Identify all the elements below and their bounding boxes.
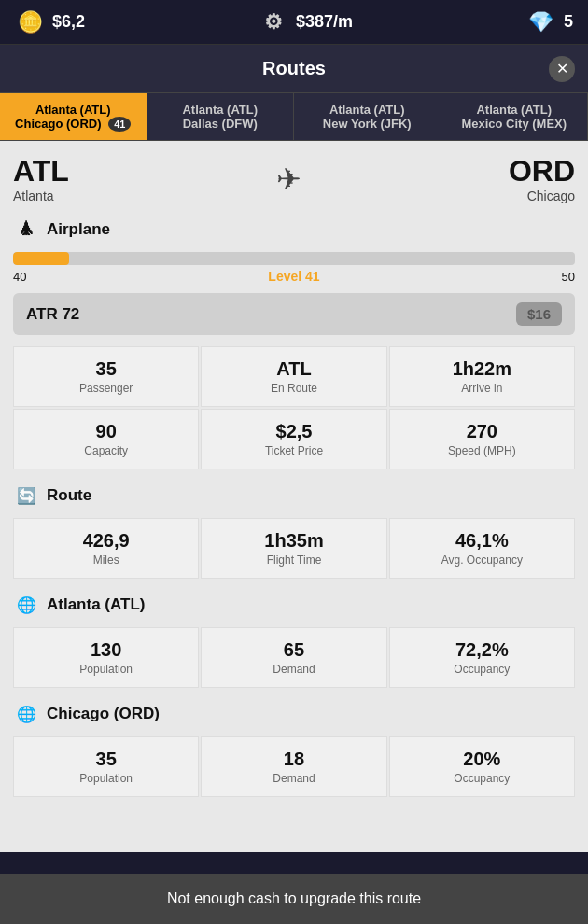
aircraft-row: ATR 72 $16 — [13, 293, 575, 335]
monthly-value: $387/m — [296, 12, 353, 32]
stat-capacity-value: 90 — [23, 421, 189, 442]
stat-miles: 426,9 Miles — [13, 518, 199, 579]
chicago-stats-grid: 35 Population 18 Demand 20% Occupancy — [13, 736, 575, 797]
progress-labels: 40 Level 41 50 — [13, 269, 575, 284]
route-section-header: 🔄 Route — [13, 483, 575, 509]
gear-icon: ⚙ — [259, 7, 288, 37]
routes-header: Routes ✕ — [0, 45, 588, 93]
stat-atl-population: 130 Population — [13, 627, 199, 688]
tab-atl-ord[interactable]: Atlanta (ATL) Chicago (ORD) 41 — [0, 93, 147, 140]
stat-speed: 270 Speed (MPH) — [389, 409, 575, 469]
tab-atl-dfw-city1: Atlanta (ATL) — [155, 103, 287, 117]
stat-ord-occupancy-value: 20% — [399, 749, 565, 770]
stat-arrive-in-value: 1h22m — [399, 358, 565, 380]
tab-atl-mex[interactable]: Atlanta (ATL) Mexico City (MEX) — [441, 93, 589, 140]
dest-code: ORD — [509, 154, 575, 189]
tab-atl-ord-city1: Atlanta (ATL) — [7, 103, 139, 117]
origin-code: ATL — [13, 154, 69, 189]
tab-atl-jfk-city1: Atlanta (ATL) — [301, 103, 433, 117]
tab-atl-jfk[interactable]: Atlanta (ATL) New York (JFK) — [294, 93, 441, 140]
stat-avg-occupancy-value: 46,1% — [399, 530, 565, 552]
stat-atl-population-value: 130 — [23, 639, 189, 661]
tab-atl-mex-city2: Mexico City (MEX) — [449, 117, 581, 131]
dest-city: Chicago — [509, 189, 575, 203]
airplane-section-label: Airplane — [47, 220, 110, 239]
tab-atl-mex-city1: Atlanta (ATL) — [449, 103, 581, 117]
progress-min: 40 — [13, 270, 26, 284]
stat-passenger: 35 Passenger — [13, 346, 199, 407]
stat-speed-label: Speed (MPH) — [399, 444, 565, 457]
stat-ord-population: 35 Population — [13, 736, 199, 797]
level-progress-bar — [13, 252, 575, 265]
stat-ord-occupancy: 20% Occupancy — [389, 736, 575, 797]
stat-arrive-in-label: Arrive in — [399, 382, 565, 395]
origin-airport: ATL Atlanta — [13, 154, 69, 203]
stat-ticket-price-value: $2,5 — [211, 421, 376, 442]
stat-flight-time: 1h35m Flight Time — [201, 518, 386, 579]
close-button[interactable]: ✕ — [549, 56, 575, 82]
tab-atl-jfk-city2: New York (JFK) — [301, 117, 433, 131]
diamond-value: 5 — [564, 12, 573, 32]
stat-ord-population-label: Population — [23, 772, 189, 785]
tab-atl-dfw-city2: Dallas (DFW) — [155, 117, 287, 131]
stat-capacity-label: Capacity — [23, 444, 189, 457]
stat-passenger-label: Passenger — [23, 382, 189, 395]
bottom-notification: Not enough cash to upgrade this route — [0, 874, 588, 924]
monthly-display: ⚙ $387/m — [259, 7, 353, 37]
stat-atl-demand: 65 Demand — [201, 627, 386, 688]
level-progress-fill — [13, 252, 69, 265]
airplane-section-icon: 🛦 — [13, 217, 39, 243]
origin-city: Atlanta — [13, 189, 69, 203]
stat-flight-time-value: 1h35m — [211, 530, 376, 552]
tab-atl-ord-city2: Chicago (ORD) 41 — [7, 117, 139, 131]
stat-avg-occupancy-label: Avg. Occupancy — [399, 553, 565, 567]
stat-ord-demand: 18 Demand — [201, 736, 386, 797]
diamond-display: 💎 5 — [526, 7, 573, 37]
stat-miles-value: 426,9 — [23, 530, 189, 552]
airplane-section-header: 🛦 Airplane — [13, 217, 575, 243]
stat-avg-occupancy: 46,1% Avg. Occupancy — [389, 518, 575, 579]
stat-ord-population-value: 35 — [23, 749, 189, 770]
stat-atl-occupancy-label: Occupancy — [399, 663, 565, 676]
progress-max: 50 — [562, 270, 575, 284]
notification-text: Not enough cash to upgrade this route — [167, 890, 421, 906]
stat-ord-demand-label: Demand — [211, 772, 376, 785]
stat-ticket-price-label: Ticket Price — [211, 444, 376, 457]
stat-ticket-price: $2,5 Ticket Price — [201, 409, 386, 469]
stat-arrive-in: 1h22m Arrive in — [389, 346, 575, 407]
route-section-icon: 🔄 — [13, 483, 39, 509]
tab-atl-dfw[interactable]: Atlanta (ATL) Dallas (DFW) — [147, 93, 295, 140]
routes-title: Routes — [262, 58, 326, 79]
progress-level: Level 41 — [268, 269, 319, 284]
route-stats-grid: 426,9 Miles 1h35m Flight Time 46,1% Avg.… — [13, 518, 575, 579]
stat-atl-occupancy-value: 72,2% — [399, 639, 565, 661]
stat-atl-demand-label: Demand — [211, 663, 376, 676]
stat-speed-value: 270 — [399, 421, 565, 442]
stat-atl-occupancy: 72,2% Occupancy — [389, 627, 575, 688]
aircraft-price: $16 — [516, 302, 562, 326]
coin-icon: 🪙 — [15, 7, 45, 37]
stat-ord-demand-value: 18 — [211, 749, 376, 770]
atlanta-stats-grid: 130 Population 65 Demand 72,2% Occupancy — [13, 627, 575, 688]
stat-passenger-value: 35 — [23, 358, 189, 380]
stat-en-route-label: En Route — [211, 382, 376, 395]
cash-display: 🪙 $6,2 — [15, 7, 85, 37]
stat-atl-demand-value: 65 — [211, 639, 376, 661]
stat-en-route: ATL En Route — [201, 346, 386, 407]
top-bar: 🪙 $6,2 ⚙ $387/m 💎 5 — [0, 0, 588, 45]
atlanta-section-label: Atlanta (ATL) — [47, 595, 145, 614]
main-content: ATL Atlanta ✈ ORD Chicago 🛦 Airplane 40 … — [0, 141, 588, 852]
route-tabs: Atlanta (ATL) Chicago (ORD) 41 Atlanta (… — [0, 93, 588, 141]
route-section-label: Route — [47, 486, 91, 505]
chicago-city-icon: 🌐 — [13, 701, 39, 727]
atlanta-section-header: 🌐 Atlanta (ATL) — [13, 592, 575, 618]
chicago-section-header: 🌐 Chicago (ORD) — [13, 701, 575, 727]
route-airports: ATL Atlanta ✈ ORD Chicago — [13, 154, 575, 203]
stat-flight-time-label: Flight Time — [211, 553, 376, 567]
stat-ord-occupancy-label: Occupancy — [399, 772, 565, 785]
atlanta-city-icon: 🌐 — [13, 592, 39, 618]
stat-atl-population-label: Population — [23, 663, 189, 676]
airplane-stats-grid: 35 Passenger ATL En Route 1h22m Arrive i… — [13, 346, 575, 469]
cash-value: $6,2 — [52, 12, 85, 32]
stat-capacity: 90 Capacity — [13, 409, 199, 469]
